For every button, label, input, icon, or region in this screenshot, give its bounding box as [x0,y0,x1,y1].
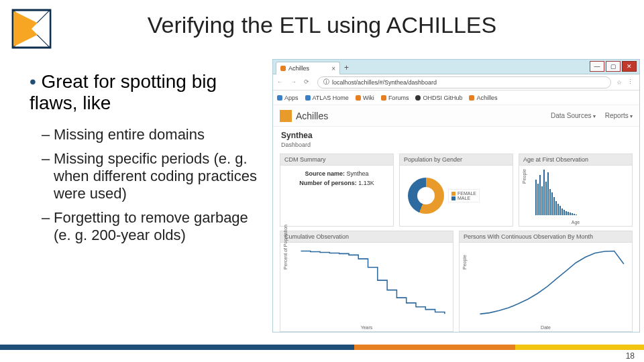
github-icon [415,95,421,101]
age-bar [576,215,577,215]
panel-continuous: Persons With Continuous Observation By M… [459,231,633,332]
tab-close-icon[interactable]: × [331,65,335,72]
slide-title: Verifying the ETL using ACHILLES [0,12,644,38]
source-name: Synthea [281,131,631,140]
age-bar [543,170,545,215]
bookmark-star-icon[interactable]: ☆ [616,79,622,86]
age-bar [537,184,539,215]
age-histogram [535,170,628,215]
gender-donut-chart [408,178,444,214]
continuous-chart [464,247,628,327]
bookmark-github[interactable]: OHDSI GitHub [415,95,462,101]
age-xlabel: Age [519,220,632,225]
panel-cumulative: Cumulative Observation Percent of Popula… [280,231,453,332]
menu-icon[interactable]: ⋮ [627,78,635,86]
bookmarks-bar: Apps ATLAS Home Wiki Forums OHDSI GitHub… [273,90,639,105]
panel-cumulative-title: Cumulative Observation [280,231,453,243]
bookmark-apps[interactable]: Apps [277,95,299,101]
gender-legend: FEMALE MALE [448,189,480,202]
forums-icon [381,95,386,101]
bullet-list: Great for spotting big flaws, like –Miss… [30,71,258,251]
address-bar[interactable]: ⓘ localhost/achilles/#/Synthea/dashboard [317,76,611,88]
continuous-ylabel: People [462,255,467,269]
atlas-icon [305,95,311,101]
app-nav: Data Sources Reports [551,112,633,119]
age-bar [570,213,571,215]
section-name: Dashboard [281,141,631,148]
panel-cdm-summary-body: Source name: Synthea Number of persons: … [280,166,393,226]
nav-back-icon[interactable]: ← [277,78,285,86]
window-maximize-button[interactable]: ▢ [606,61,621,72]
page-number: 18 [626,351,635,361]
bullet-sub-2: –Forgetting to remove garbage (e. g. 200… [54,209,258,244]
new-tab-icon[interactable]: + [344,63,349,72]
app-title: Achilles [296,111,551,121]
window-buttons: — ▢ ✕ [590,61,637,72]
age-bar [541,186,543,215]
browser-tab-strip: Achilles × + — ▢ ✕ [273,60,639,74]
legend-swatch-female [451,192,455,196]
panel-continuous-body: People Date [460,243,632,331]
cumulative-xlabel: Years [280,325,453,330]
bookmark-atlas[interactable]: ATLAS Home [305,95,349,101]
footer-accent-bar [0,345,644,350]
tab-title: Achilles [288,65,309,72]
browser-toolbar: ← → ⟳ ⓘ localhost/achilles/#/Synthea/das… [273,74,639,90]
continuous-xlabel: Date [460,325,632,330]
apps-icon [277,95,282,101]
panel-age-first: Age at First Observation People Age [519,154,633,227]
bookmark-wiki[interactable]: Wiki [356,95,374,101]
app-header: Achilles Data Sources Reports [273,105,639,127]
nav-datasources[interactable]: Data Sources [551,112,596,119]
age-bar [535,180,537,215]
age-bar [572,213,573,215]
age-bar [561,208,563,215]
cumulative-chart [284,247,449,327]
age-bar [539,175,541,215]
window-close-button[interactable]: ✕ [622,61,637,72]
panel-gender-body: FEMALE MALE [400,166,513,226]
panel-cumulative-body: Percent of Population Years [280,243,453,331]
bullet-sub-0: –Missing entire domains [54,126,258,143]
app-logo-icon [280,110,292,122]
bookmark-forums[interactable]: Forums [381,95,409,101]
age-bar [557,204,559,215]
source-row: Synthea Dashboard [273,127,639,148]
legend-swatch-male [451,196,455,200]
bookmark-achilles[interactable]: Achilles [469,95,497,101]
age-bar [564,210,565,215]
age-bar [551,192,553,215]
panel-continuous-title: Persons With Continuous Observation By M… [460,231,632,243]
age-bar [549,189,551,215]
panel-age-first-title: Age at First Observation [519,154,632,166]
panel-gender-title: Population by Gender [400,154,513,166]
age-bar [568,212,569,215]
age-bar [574,214,575,215]
panel-cdm-summary-title: CDM Summary [280,154,393,166]
age-bar [547,172,549,215]
panel-cdm-summary: CDM Summary Source name: Synthea Number … [280,154,394,227]
url-text: localhost/achilles/#/Synthea/dashboard [332,79,437,86]
nav-forward-icon[interactable]: → [290,78,299,86]
nav-reports[interactable]: Reports [605,112,633,119]
bullet-main: Great for spotting big flaws, like [30,71,258,114]
age-bar [553,197,555,215]
cumulative-ylabel: Percent of Population [283,225,288,269]
bullet-sub-1: –Missing specific periods (e. g. when di… [54,150,258,202]
wiki-icon [356,95,361,101]
site-info-icon[interactable]: ⓘ [323,78,329,86]
achilles-screenshot: Achilles × + — ▢ ✕ ← → ⟳ ⓘ localhost/ach… [272,59,640,333]
slide: Verifying the ETL using ACHILLES Great f… [0,0,644,362]
window-minimize-button[interactable]: — [590,61,604,72]
browser-tab[interactable]: Achilles × [276,62,340,74]
panels-row-2: Cumulative Observation Percent of Popula… [273,231,639,339]
panel-gender: Population by Gender FEMALE MALE [399,154,513,227]
tab-favicon [280,66,286,71]
achilles-icon [469,95,474,101]
nav-reload-icon[interactable]: ⟳ [304,78,312,86]
age-bar [566,211,567,215]
panel-age-first-body: People Age [519,166,632,226]
age-bar [545,182,547,216]
age-ylabel: People [522,169,527,184]
panels-row-1: CDM Summary Source name: Synthea Number … [273,148,639,231]
